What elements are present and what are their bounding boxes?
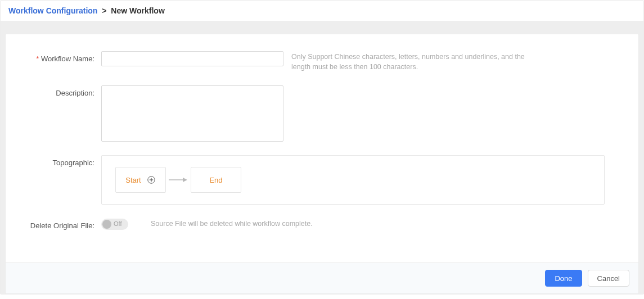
breadcrumb: Workflow Configuration > New Workflow [1, 1, 643, 21]
workflow-name-hint: Only Support Chinese characters, letters… [291, 51, 533, 72]
toggle-state-label: Off [114, 220, 121, 227]
description-input[interactable] [101, 85, 283, 142]
workflow-name-label: Workflow Name: [28, 51, 101, 72]
done-button[interactable]: Done [545, 270, 582, 287]
svg-marker-4 [183, 178, 187, 182]
topographic-canvas: Start [101, 155, 605, 205]
delete-original-label: Delete Original File: [28, 218, 101, 230]
topo-node-end-label: End [209, 176, 222, 184]
topo-node-start[interactable]: Start [115, 167, 166, 193]
form-footer: Done Cancel [6, 262, 638, 293]
workflow-name-input[interactable] [101, 51, 283, 66]
breadcrumb-current: New Workflow [111, 6, 164, 15]
topo-node-start-label: Start [125, 176, 141, 184]
plus-circle-icon[interactable] [147, 175, 156, 184]
topographic-label: Topographic: [28, 155, 101, 205]
cancel-button[interactable]: Cancel [588, 270, 629, 287]
delete-original-toggle[interactable]: Off [101, 219, 128, 230]
toggle-knob [102, 220, 111, 229]
delete-original-hint: Source File will be deleted while workfl… [151, 219, 313, 229]
breadcrumb-separator: > [100, 6, 109, 15]
topo-node-end[interactable]: End [191, 167, 241, 193]
description-label: Description: [28, 85, 101, 142]
breadcrumb-link-workflow-config[interactable]: Workflow Configuration [8, 6, 97, 15]
arrow-right-icon [166, 176, 191, 183]
